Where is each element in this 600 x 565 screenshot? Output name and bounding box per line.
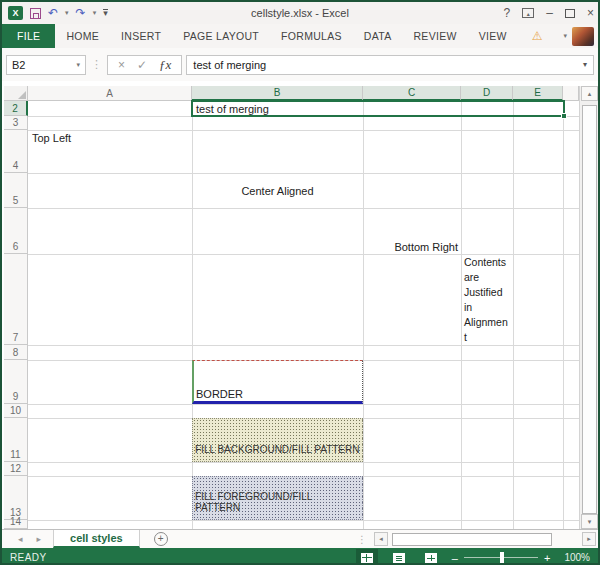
maximize-icon[interactable]	[565, 9, 575, 18]
close-icon[interactable]: ×	[587, 7, 594, 19]
account-dropdown-icon[interactable]: ▾	[563, 32, 567, 40]
spreadsheet-grid: ABCDE234567891011121314 test of merging …	[2, 86, 598, 529]
page-layout-view-icon	[393, 553, 405, 563]
formula-input[interactable]: test of merging ▾	[186, 55, 594, 75]
formula-bar-handle-icon: ⋮	[91, 58, 102, 71]
normal-view-icon	[361, 553, 373, 563]
cell-a4[interactable]: Top Left	[28, 130, 192, 173]
select-all-button[interactable]	[4, 86, 28, 101]
formula-text: test of merging	[193, 59, 266, 71]
save-icon[interactable]	[30, 8, 41, 19]
cell-b9-border[interactable]: BORDER	[192, 360, 363, 404]
insert-function-icon[interactable]: ƒx	[159, 57, 171, 73]
sheet-tab-cell-styles[interactable]: cell styles	[53, 530, 140, 548]
tab-file[interactable]: FILE	[2, 24, 55, 48]
zoom-level[interactable]: 100%	[564, 552, 590, 563]
row-header-2[interactable]: 2	[4, 101, 28, 116]
quick-access-toolbar: X ↶ ▾ ↷ ▾ ▾	[2, 6, 108, 20]
status-bar: READY – + 100%	[2, 548, 598, 565]
row-header-7[interactable]: 7	[4, 254, 28, 345]
excel-window: X ↶ ▾ ↷ ▾ ▾ cellstyle.xlsx - Excel ? ▴ –…	[0, 0, 600, 565]
vertical-scrollbar[interactable]: ▴ ▾	[579, 86, 598, 529]
gridline-vertical	[563, 101, 564, 529]
redo-icon[interactable]: ↷	[76, 7, 86, 19]
scroll-right-icon[interactable]: ▸	[582, 532, 596, 546]
row-header-4[interactable]: 4	[4, 130, 28, 173]
name-box[interactable]: B2 ▾	[6, 55, 86, 75]
enter-icon[interactable]: ✓	[137, 58, 147, 72]
tab-home[interactable]: HOME	[55, 24, 110, 48]
normal-view-button[interactable]	[356, 549, 378, 565]
cell-b5[interactable]: Center Aligned	[192, 173, 363, 208]
zoom-out-icon[interactable]: –	[452, 552, 458, 564]
gridline-vertical	[513, 101, 514, 529]
undo-dropdown-icon[interactable]: ▾	[65, 9, 69, 17]
ribbon-display-options-icon[interactable]: ▴	[522, 8, 534, 18]
redo-dropdown-icon[interactable]: ▾	[93, 9, 97, 17]
status-right: – + 100%	[356, 549, 598, 565]
page-break-view-icon	[425, 553, 437, 563]
tab-data[interactable]: DATA	[353, 24, 403, 48]
help-icon[interactable]: ?	[504, 7, 511, 19]
gridline-horizontal	[28, 208, 579, 209]
sheet-tab-bar: ◂ ▸ cell styles + ⋮ ◂ ▸	[2, 529, 598, 548]
page-layout-view-button[interactable]	[388, 549, 410, 565]
row-header-3[interactable]: 3	[4, 116, 28, 130]
horizontal-scrollbar: ⋮ ◂ ▸	[357, 530, 598, 548]
gridline-horizontal	[28, 462, 579, 463]
row-header-14[interactable]: 14	[4, 520, 28, 529]
customize-qat-icon[interactable]: ▾	[103, 9, 108, 17]
zoom-slider[interactable]	[464, 557, 538, 558]
name-box-dropdown-icon[interactable]: ▾	[76, 61, 80, 69]
row-header-11[interactable]: 11	[4, 418, 28, 462]
cell-c6[interactable]: Bottom Right	[363, 208, 461, 254]
zoom-slider-thumb[interactable]	[500, 552, 504, 563]
user-avatar[interactable]	[572, 27, 594, 46]
row-header-12[interactable]: 12	[4, 462, 28, 476]
next-sheet-icon[interactable]: ▸	[37, 534, 42, 544]
tab-insert[interactable]: INSERT	[110, 24, 172, 48]
gridline-vertical	[363, 101, 364, 529]
horizontal-scrollbar-track[interactable]	[556, 533, 578, 546]
excel-logo-icon: X	[8, 6, 23, 20]
expand-formula-bar-icon[interactable]: ▾	[583, 60, 587, 69]
vertical-scrollbar-thumb[interactable]	[582, 105, 597, 514]
scroll-left-icon[interactable]: ◂	[374, 532, 388, 546]
column-header-c[interactable]: C	[363, 86, 461, 101]
cell-b11-fill-background[interactable]: FILL BACKGROUND/FILL PATTERN	[192, 418, 363, 462]
scroll-up-icon[interactable]: ▴	[581, 86, 598, 101]
cell-d7[interactable]: Contents are Justified in Alignment	[461, 254, 513, 345]
tab-formulas[interactable]: FORMULAS	[270, 24, 353, 48]
tab-review[interactable]: REVIEW	[402, 24, 467, 48]
row-header-8[interactable]: 8	[4, 345, 28, 360]
status-mode: READY	[2, 552, 46, 563]
row-header-10[interactable]: 10	[4, 404, 28, 418]
name-box-value: B2	[12, 59, 25, 71]
window-controls: ? ▴ – ×	[504, 2, 594, 24]
tab-splitter-icon[interactable]: ⋮	[357, 534, 367, 545]
row-header-5[interactable]: 5	[4, 173, 28, 208]
column-header-d[interactable]: D	[461, 86, 513, 101]
minimize-icon[interactable]: –	[546, 7, 553, 19]
tab-view[interactable]: VIEW	[468, 24, 518, 48]
row-header-9[interactable]: 9	[4, 360, 28, 404]
column-header-a[interactable]: A	[28, 86, 192, 101]
column-header-e[interactable]: E	[513, 86, 563, 101]
cell-b13-fill-foreground[interactable]: FILL FOREGROUND/FILL PATTERN	[192, 476, 363, 520]
prev-sheet-icon[interactable]: ◂	[18, 534, 23, 544]
horizontal-scrollbar-thumb[interactable]	[392, 533, 552, 546]
undo-icon[interactable]: ↶	[48, 7, 58, 19]
new-sheet-button[interactable]: +	[154, 532, 168, 546]
fill-handle[interactable]	[561, 113, 567, 119]
column-header-partial[interactable]	[563, 86, 579, 101]
tab-page-layout[interactable]: PAGE LAYOUT	[172, 24, 270, 48]
column-header-b[interactable]: B	[192, 86, 363, 101]
scroll-down-icon[interactable]: ▾	[581, 514, 598, 529]
cell-b2-selected[interactable]: test of merging	[191, 100, 565, 117]
zoom-in-icon[interactable]: +	[544, 552, 550, 564]
row-header-13[interactable]: 13	[4, 476, 28, 520]
page-break-view-button[interactable]	[420, 549, 442, 565]
warning-icon[interactable]: ⚠	[532, 24, 543, 48]
cancel-icon[interactable]: ×	[118, 58, 125, 72]
row-header-6[interactable]: 6	[4, 208, 28, 254]
